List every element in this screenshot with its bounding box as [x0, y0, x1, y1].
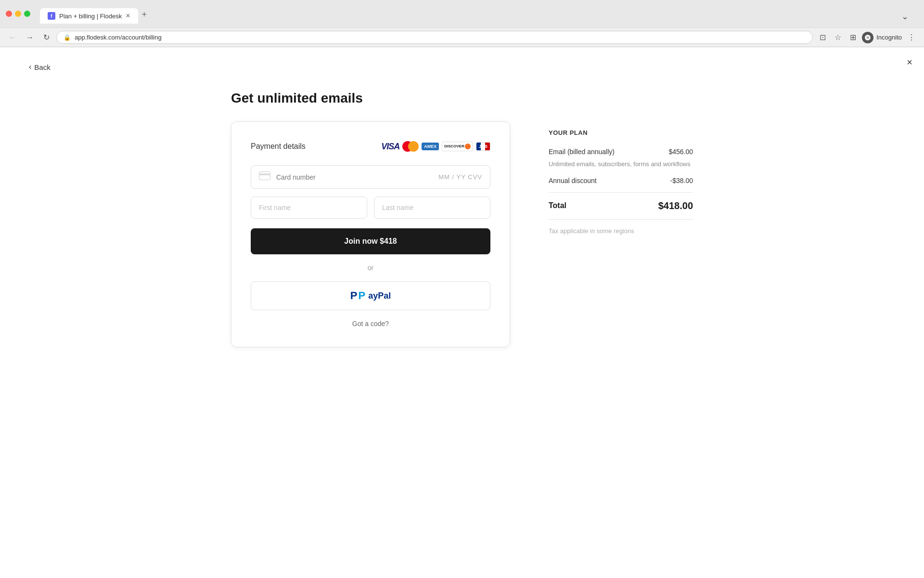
paypal-button[interactable]: PP ayPal	[251, 281, 490, 310]
maximize-window-button[interactable]	[24, 11, 30, 17]
card-icon	[259, 171, 270, 183]
tab-title: Plan + billing | Flodesk	[59, 13, 122, 20]
paypal-logo: PP ayPal	[350, 289, 391, 302]
discount-label: Annual discount	[549, 177, 597, 184]
window-controls	[6, 11, 30, 17]
tax-note: Tax applicable in some regions	[549, 227, 693, 235]
plan-divider	[549, 192, 693, 193]
reload-nav-button[interactable]: ↻	[40, 31, 52, 44]
address-bar[interactable]: 🔒 app.flodesk.com/account/billing	[56, 31, 813, 44]
tabs-menu-button[interactable]: ⌄	[901, 11, 909, 22]
discover-logo: DISCOVER	[442, 142, 473, 151]
back-button[interactable]: ‹ Back	[0, 47, 51, 71]
mastercard-logo	[402, 141, 419, 152]
join-now-button[interactable]: Join now $418	[251, 228, 490, 254]
browser-chrome: f Plan + billing | Flodesk × + ⌄ ← → ↻ 🔒…	[0, 0, 924, 47]
plan-divider-2	[549, 219, 693, 220]
plan-section-title: YOUR PLAN	[549, 129, 693, 136]
close-window-button[interactable]	[6, 11, 12, 17]
browser-menu-button[interactable]: ⋮	[905, 31, 918, 44]
last-name-input[interactable]	[374, 197, 490, 219]
nav-bar: ← → ↻ 🔒 app.flodesk.com/account/billing …	[0, 27, 924, 47]
card-number-field[interactable]: MM / YY CVV	[251, 165, 490, 189]
email-plan-description: Unlimited emails, subscribers, forms and…	[549, 159, 693, 169]
card-number-input[interactable]	[276, 173, 433, 181]
total-value: $418.00	[658, 200, 693, 211]
address-text: app.flodesk.com/account/billing	[75, 34, 806, 41]
new-tab-button[interactable]: +	[138, 6, 151, 24]
incognito-icon	[862, 32, 873, 43]
card-extras-label: MM / YY CVV	[438, 173, 482, 181]
active-tab[interactable]: f Plan + billing | Flodesk ×	[40, 8, 138, 24]
payment-card: Payment details VISA AMEX DISCOVER JCB	[231, 121, 510, 347]
amex-logo: AMEX	[422, 143, 439, 150]
forward-nav-button[interactable]: →	[23, 31, 37, 44]
email-plan-price: $456.00	[668, 148, 693, 156]
page-layout: Get unlimited emails Payment details VIS…	[0, 71, 924, 367]
visa-logo: VISA	[381, 142, 399, 152]
discount-row: Annual discount -$38.00	[549, 177, 693, 184]
total-label: Total	[549, 201, 566, 210]
page-content: × ‹ Back Get unlimited emails Payment de…	[0, 47, 924, 578]
incognito-badge[interactable]: Incognito	[862, 32, 902, 43]
cast-button[interactable]: ⊡	[817, 31, 829, 44]
payment-header: Payment details VISA AMEX DISCOVER JCB	[251, 141, 490, 152]
email-plan-label: Email (billed annually)	[549, 148, 615, 156]
svg-rect-1	[259, 173, 270, 175]
payment-details-label: Payment details	[251, 142, 306, 151]
tab-favicon: f	[48, 12, 55, 20]
email-plan-row: Email (billed annually) $456.00	[549, 148, 693, 156]
back-nav-button[interactable]: ←	[6, 31, 19, 44]
total-row: Total $418.00	[549, 200, 693, 211]
got-code-link[interactable]: Got a code?	[251, 320, 490, 328]
back-arrow-icon: ‹	[29, 63, 31, 71]
svg-rect-0	[259, 172, 270, 180]
extensions-button[interactable]: ⊞	[847, 31, 859, 44]
page-title: Get unlimited emails	[231, 91, 510, 106]
nav-actions: ⊡ ☆ ⊞ Incognito ⋮	[817, 31, 918, 44]
back-label: Back	[34, 63, 50, 71]
jcb-logo: JCB	[476, 142, 490, 151]
bookmark-button[interactable]: ☆	[832, 31, 844, 44]
incognito-label: Incognito	[876, 34, 902, 41]
name-row	[251, 197, 490, 219]
tab-close-button[interactable]: ×	[126, 12, 130, 20]
divider-or: or	[251, 264, 490, 272]
first-name-input[interactable]	[251, 197, 367, 219]
plan-summary-section: YOUR PLAN Email (billed annually) $456.0…	[549, 91, 693, 347]
left-section: Get unlimited emails Payment details VIS…	[231, 91, 510, 347]
close-page-button[interactable]: ×	[905, 55, 914, 70]
lock-icon: 🔒	[64, 34, 71, 41]
title-bar: f Plan + billing | Flodesk × + ⌄	[0, 0, 924, 27]
discount-value: -$38.00	[670, 177, 693, 184]
browser-tabs: f Plan + billing | Flodesk × +	[34, 6, 156, 24]
card-logos: VISA AMEX DISCOVER JCB	[381, 141, 490, 152]
minimize-window-button[interactable]	[15, 11, 21, 17]
